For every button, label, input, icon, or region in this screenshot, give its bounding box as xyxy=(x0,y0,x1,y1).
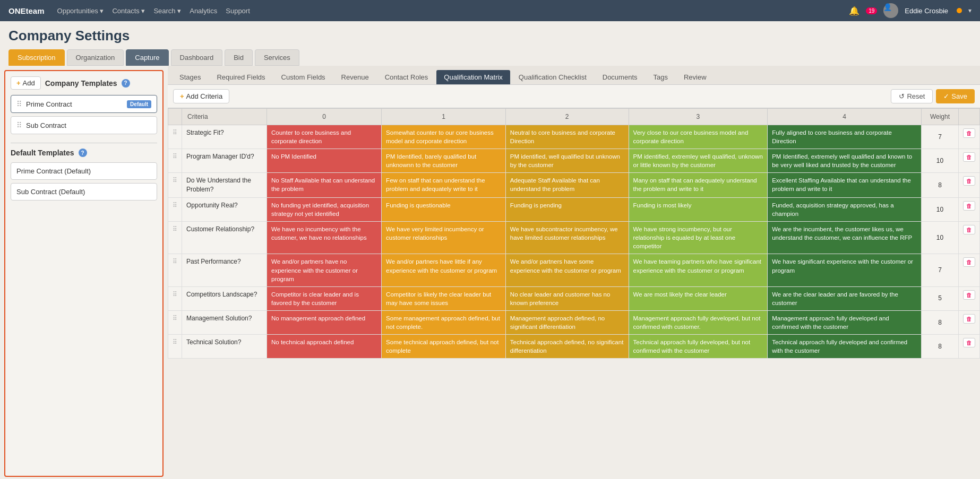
score-4-cell[interactable]: Management approach fully developed and … xyxy=(768,310,922,334)
tab-bid[interactable]: Bid xyxy=(225,49,253,66)
tab-contact-roles[interactable]: Contact Roles xyxy=(377,70,436,84)
score-2-cell[interactable]: Management approach defined, no signific… xyxy=(505,310,629,334)
score-4-cell[interactable]: We have significant experience with the … xyxy=(768,254,922,286)
row-drag-handle[interactable]: ⠿ xyxy=(168,222,182,254)
score-0-cell[interactable]: No funding yet identified, acquisition s… xyxy=(267,197,382,221)
reset-button[interactable]: ↺ Reset xyxy=(891,89,933,103)
delete-row-button[interactable]: 🗑 xyxy=(963,152,975,162)
criteria-cell[interactable]: Opportunity Real? xyxy=(182,197,267,221)
tab-required-fields[interactable]: Required Fields xyxy=(209,70,272,84)
score-1-cell[interactable]: Competitor is likely the clear leader bu… xyxy=(382,286,506,310)
score-0-cell[interactable]: No Staff Available that can understand t… xyxy=(267,173,382,198)
nav-support[interactable]: Support xyxy=(226,7,250,15)
delete-row-button[interactable]: 🗑 xyxy=(963,176,975,186)
sidebar-item-sub-contract[interactable]: ⠿ Sub Contract xyxy=(11,116,157,134)
score-3-cell[interactable]: Very close to our core business model an… xyxy=(629,125,768,149)
tab-review[interactable]: Review xyxy=(676,70,714,84)
score-4-cell[interactable]: Fully aligned to core business and corpo… xyxy=(768,125,922,149)
score-4-cell[interactable]: Excellent Staffing Available that can un… xyxy=(768,173,922,198)
delete-row-button[interactable]: 🗑 xyxy=(963,290,975,300)
row-drag-handle[interactable]: ⠿ xyxy=(168,335,182,359)
criteria-cell[interactable]: Customer Relationship? xyxy=(182,222,267,254)
weight-cell[interactable]: 8 xyxy=(922,310,959,334)
weight-cell[interactable]: 10 xyxy=(922,222,959,254)
score-2-cell[interactable]: Adequate Staff Available that can unders… xyxy=(505,173,629,198)
nav-contacts[interactable]: Contacts ▾ xyxy=(112,7,145,15)
score-0-cell[interactable]: Competitor is clear leader and is favore… xyxy=(267,286,382,310)
score-0-cell[interactable]: No PM Identified xyxy=(267,149,382,173)
score-2-cell[interactable]: No clear leader and customer has no know… xyxy=(505,286,629,310)
score-3-cell[interactable]: Management approach fully developed, but… xyxy=(629,310,768,334)
score-4-cell[interactable]: We are the incumbent, the customer likes… xyxy=(768,222,922,254)
tab-dashboard[interactable]: Dashboard xyxy=(171,49,223,66)
score-2-cell[interactable]: Neutral to core business and corporate D… xyxy=(505,125,629,149)
sidebar-item-prime-contract[interactable]: ⠿ Prime Contract Default xyxy=(11,95,157,113)
delete-cell[interactable]: 🗑 xyxy=(959,173,980,198)
score-3-cell[interactable]: We are most likely the clear leader xyxy=(629,286,768,310)
weight-cell[interactable]: 8 xyxy=(922,335,959,359)
score-1-cell[interactable]: We have very limited incumbency or custo… xyxy=(382,222,506,254)
score-4-cell[interactable]: PM Identified, extremely well qualified … xyxy=(768,149,922,173)
delete-cell[interactable]: 🗑 xyxy=(959,286,980,310)
score-0-cell[interactable]: We and/or partners have no experience wi… xyxy=(267,254,382,286)
row-drag-handle[interactable]: ⠿ xyxy=(168,149,182,173)
sidebar-item-sub-contract-default[interactable]: Sub Contract (Default) xyxy=(11,183,157,201)
score-3-cell[interactable]: We have strong incumbency, but our relat… xyxy=(629,222,768,254)
row-drag-handle[interactable]: ⠿ xyxy=(168,173,182,198)
delete-cell[interactable]: 🗑 xyxy=(959,335,980,359)
score-1-cell[interactable]: We and/or partners have little if any ex… xyxy=(382,254,506,286)
delete-row-button[interactable]: 🗑 xyxy=(963,225,975,234)
matrix-table-container[interactable]: Criteria 0 1 2 3 4 Weight ⠿ Strategic Fi… xyxy=(168,108,980,479)
score-1-cell[interactable]: Somewhat counter to our core business mo… xyxy=(382,125,506,149)
score-1-cell[interactable]: PM Identified, barely qualified but unkn… xyxy=(382,149,506,173)
tab-documents[interactable]: Documents xyxy=(595,70,645,84)
tab-tags[interactable]: Tags xyxy=(646,70,675,84)
delete-cell[interactable]: 🗑 xyxy=(959,149,980,173)
score-0-cell[interactable]: No technical approach defined xyxy=(267,335,382,359)
weight-cell[interactable]: 10 xyxy=(922,197,959,221)
criteria-cell[interactable]: Do We Understand the Problem? xyxy=(182,173,267,198)
nav-opportunities[interactable]: Opportunities ▾ xyxy=(57,7,104,15)
row-drag-handle[interactable]: ⠿ xyxy=(168,197,182,221)
tab-stages[interactable]: Stages xyxy=(172,70,208,84)
sidebar-item-prime-contract-default[interactable]: Prime Contract (Default) xyxy=(11,162,157,180)
notification-bell-icon[interactable]: 🔔 xyxy=(849,6,859,16)
criteria-cell[interactable]: Technical Solution? xyxy=(182,335,267,359)
score-1-cell[interactable]: Some technical approach defined, but not… xyxy=(382,335,506,359)
criteria-cell[interactable]: Competitors Landscape? xyxy=(182,286,267,310)
weight-cell[interactable]: 8 xyxy=(922,173,959,198)
score-2-cell[interactable]: We have subcontractor incumbency, we hav… xyxy=(505,222,629,254)
criteria-cell[interactable]: Management Solution? xyxy=(182,310,267,334)
criteria-cell[interactable]: Program Manager ID'd? xyxy=(182,149,267,173)
criteria-cell[interactable]: Past Performance? xyxy=(182,254,267,286)
weight-cell[interactable]: 7 xyxy=(922,254,959,286)
delete-row-button[interactable]: 🗑 xyxy=(963,128,975,138)
score-3-cell[interactable]: Many on staff that can adequately unders… xyxy=(629,173,768,198)
delete-cell[interactable]: 🗑 xyxy=(959,222,980,254)
default-templates-help-icon[interactable]: ? xyxy=(79,149,87,157)
score-3-cell[interactable]: PM identified, extremley well qualified,… xyxy=(629,149,768,173)
score-1-cell[interactable]: Some management approach defined, but no… xyxy=(382,310,506,334)
delete-row-button[interactable]: 🗑 xyxy=(963,201,975,211)
nav-search[interactable]: Search ▾ xyxy=(153,7,181,15)
tab-subscription[interactable]: Subscription xyxy=(8,49,65,66)
tab-services[interactable]: Services xyxy=(255,49,299,66)
save-button[interactable]: ✓ Save xyxy=(936,89,975,103)
delete-row-button[interactable]: 🗑 xyxy=(963,338,975,347)
score-0-cell[interactable]: We have no incumbency with the customer,… xyxy=(267,222,382,254)
row-drag-handle[interactable]: ⠿ xyxy=(168,310,182,334)
add-criteria-button[interactable]: + Add Criteria xyxy=(173,89,229,103)
row-drag-handle[interactable]: ⠿ xyxy=(168,286,182,310)
score-1-cell[interactable]: Funding is questionable xyxy=(382,197,506,221)
criteria-cell[interactable]: Strategic Fit? xyxy=(182,125,267,149)
delete-row-button[interactable]: 🗑 xyxy=(963,257,975,267)
score-4-cell[interactable]: Funded, acquisition strategy approved, h… xyxy=(768,197,922,221)
row-drag-handle[interactable]: ⠿ xyxy=(168,254,182,286)
score-3-cell[interactable]: Technical approach fully developed, but … xyxy=(629,335,768,359)
score-3-cell[interactable]: We have teaming partners who have signif… xyxy=(629,254,768,286)
score-0-cell[interactable]: No management approach defined xyxy=(267,310,382,334)
weight-cell[interactable]: 7 xyxy=(922,125,959,149)
score-0-cell[interactable]: Counter to core business and corporate d… xyxy=(267,125,382,149)
delete-cell[interactable]: 🗑 xyxy=(959,197,980,221)
score-2-cell[interactable]: We and/or partners have some experience … xyxy=(505,254,629,286)
